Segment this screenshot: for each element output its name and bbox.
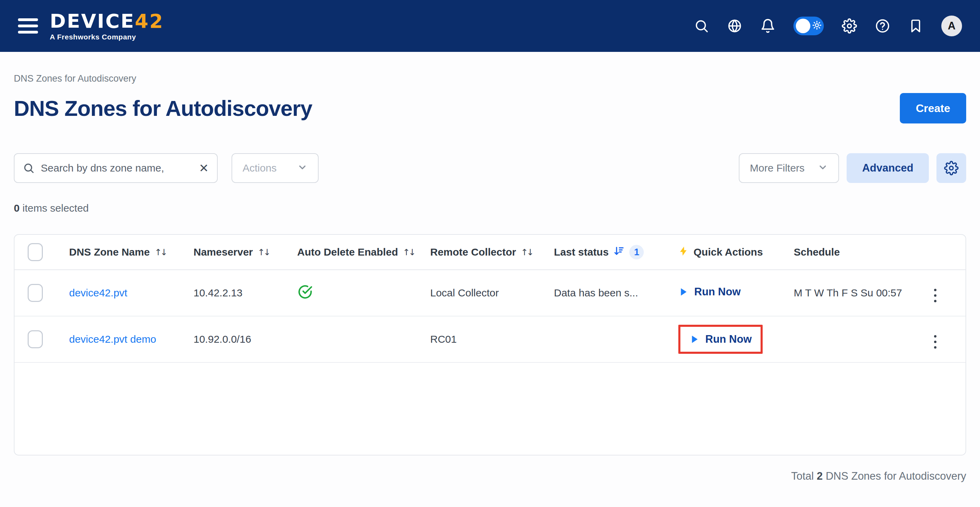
- run-now-label: Run Now: [705, 333, 752, 346]
- bookmark-icon[interactable]: [908, 18, 923, 33]
- notifications-bell-icon[interactable]: [760, 18, 775, 33]
- user-avatar[interactable]: A: [941, 16, 962, 36]
- remote-collector-value: Local Collector: [430, 287, 554, 299]
- sort-icon[interactable]: ↑↓: [403, 247, 415, 257]
- breadcrumb-item[interactable]: DNS Zones for Autodiscovery: [14, 73, 136, 84]
- search-icon: [23, 162, 35, 174]
- highlight-annotation-box: Run Now: [678, 325, 763, 354]
- table-row: device42.pvt 10.42.2.13 Local Collector …: [14, 270, 966, 316]
- table-settings-button[interactable]: [937, 153, 966, 183]
- total-suffix: DNS Zones for Autodiscovery: [823, 470, 966, 482]
- lightning-icon: [678, 245, 689, 259]
- clear-search-icon[interactable]: ✕: [199, 162, 209, 174]
- selection-summary: 0 items selected: [14, 202, 966, 214]
- filter-count-badge[interactable]: 1: [629, 245, 644, 259]
- row-checkbox[interactable]: [28, 284, 43, 302]
- nameserver-value: 10.92.0.0/16: [194, 333, 297, 345]
- schedule-value: M T W Th F S Su 00:57: [794, 287, 920, 299]
- advanced-button[interactable]: Advanced: [846, 153, 929, 183]
- toolbar: ✕ Actions More Filters Advanced: [14, 153, 966, 183]
- total-prefix: Total: [791, 470, 816, 482]
- kebab-menu-icon[interactable]: [932, 333, 939, 351]
- last-status-value: Data has been s...: [554, 287, 678, 299]
- sort-descending-icon[interactable]: [613, 246, 624, 259]
- actions-dropdown[interactable]: Actions: [232, 153, 318, 183]
- remote-collector-value: RC01: [430, 333, 554, 345]
- avatar-letter: A: [948, 20, 956, 32]
- brand-accent: 42: [135, 10, 164, 32]
- chevron-down-icon: [297, 162, 307, 174]
- table-header-row: DNS Zone Name ↑↓ Nameserver ↑↓ Auto Dele…: [14, 235, 966, 270]
- hamburger-menu-icon[interactable]: [18, 18, 38, 33]
- toggle-knob-icon: [796, 19, 810, 33]
- run-now-label: Run Now: [694, 285, 741, 298]
- col-nameserver: Nameserver: [194, 246, 253, 258]
- search-box[interactable]: ✕: [14, 153, 218, 183]
- sort-icon[interactable]: ↑↓: [258, 247, 269, 257]
- main-content: DNS Zones for Autodiscovery DNS Zones fo…: [0, 73, 980, 482]
- page-title: DNS Zones for Autodiscovery: [14, 96, 312, 121]
- search-icon[interactable]: [694, 18, 709, 33]
- check-circle-icon: [297, 290, 313, 302]
- col-auto-delete-enabled: Auto Delete Enabled: [297, 246, 398, 258]
- play-icon: [689, 333, 700, 345]
- run-now-button[interactable]: Run Now: [678, 285, 741, 298]
- navbar-icons: A: [694, 16, 962, 36]
- brand-tagline: A Freshworks Company: [50, 33, 164, 40]
- top-navbar: DEVICE42 A Freshworks Company: [0, 0, 980, 52]
- col-last-status: Last status: [554, 246, 609, 258]
- selection-label: items selected: [20, 202, 89, 214]
- table-total-summary: Total 2 DNS Zones for Autodiscovery: [14, 470, 966, 482]
- brand-name: DEVICE: [50, 10, 135, 32]
- chevron-down-icon: [818, 162, 828, 174]
- sort-icon[interactable]: ↑↓: [154, 247, 166, 257]
- sort-icon[interactable]: ↑↓: [521, 247, 533, 257]
- total-count: 2: [817, 470, 823, 482]
- nameserver-value: 10.42.2.13: [194, 287, 297, 299]
- table-row: device42.pvt demo 10.92.0.0/16 RC01 Run …: [14, 316, 966, 363]
- more-filters-dropdown[interactable]: More Filters: [739, 153, 839, 183]
- play-icon: [678, 286, 689, 298]
- create-button[interactable]: Create: [900, 93, 966, 123]
- col-quick-actions: Quick Actions: [694, 246, 763, 258]
- more-filters-label: More Filters: [750, 162, 805, 174]
- gear-icon: [944, 161, 959, 175]
- col-schedule: Schedule: [794, 246, 840, 258]
- search-input[interactable]: [41, 162, 193, 174]
- theme-toggle[interactable]: [794, 17, 824, 35]
- select-all-checkbox[interactable]: [28, 243, 43, 261]
- dns-zone-link[interactable]: device42.pvt: [69, 287, 127, 298]
- globe-icon[interactable]: [727, 18, 742, 33]
- dns-zone-link[interactable]: device42.pvt demo: [69, 333, 156, 345]
- help-icon[interactable]: [875, 18, 890, 33]
- settings-gear-icon[interactable]: [842, 18, 857, 33]
- brand-logo[interactable]: DEVICE42 A Freshworks Company: [50, 11, 164, 40]
- row-checkbox[interactable]: [28, 330, 43, 348]
- kebab-menu-icon[interactable]: [932, 287, 939, 305]
- actions-dropdown-label: Actions: [243, 162, 277, 174]
- breadcrumb[interactable]: DNS Zones for Autodiscovery: [14, 73, 966, 84]
- dns-zones-table: DNS Zone Name ↑↓ Nameserver ↑↓ Auto Dele…: [14, 234, 966, 456]
- sun-icon: [812, 21, 821, 31]
- selection-count: 0: [14, 202, 20, 214]
- run-now-button[interactable]: Run Now: [689, 333, 752, 346]
- col-dns-zone-name: DNS Zone Name: [69, 246, 150, 258]
- col-remote-collector: Remote Collector: [430, 246, 516, 258]
